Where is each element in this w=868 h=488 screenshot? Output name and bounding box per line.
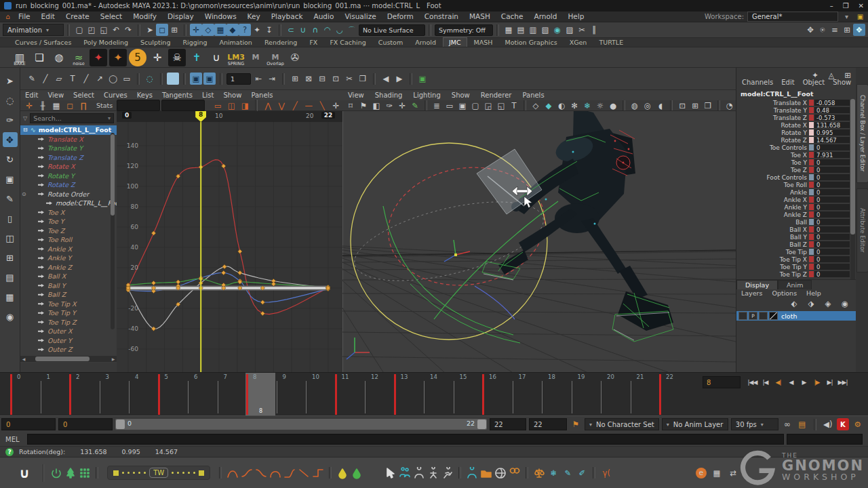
ipr-render-icon[interactable]: ▤ bbox=[515, 24, 527, 36]
channel-row-ball-z[interactable]: Ball Z0 bbox=[736, 241, 850, 248]
expand-icon[interactable]: ⊟ bbox=[23, 127, 28, 133]
menu-key[interactable]: Key bbox=[242, 12, 266, 20]
mel-input-field[interactable] bbox=[27, 434, 784, 445]
exposure-icon[interactable]: ◔ bbox=[724, 100, 736, 111]
tangent-flat-icon[interactable]: — bbox=[302, 100, 315, 112]
go-to-end-button[interactable]: ▶▶| bbox=[836, 376, 849, 388]
cap-icon[interactable]: ◖ bbox=[654, 100, 667, 111]
channel-value-ball-y[interactable]: 0 bbox=[814, 234, 850, 241]
brush-cyan-icon[interactable]: ✐ bbox=[576, 467, 588, 479]
menu-audio[interactable]: Audio bbox=[309, 12, 340, 20]
run-figure-icon[interactable] bbox=[441, 467, 454, 479]
paint-select-tool[interactable]: ✑ bbox=[3, 113, 18, 127]
select-pair-icon[interactable] bbox=[399, 467, 411, 479]
outliner-channel-row[interactable]: Ankle Y bbox=[20, 253, 117, 263]
racket-shelf-icon[interactable]: ◍ bbox=[50, 49, 68, 66]
straight-line-icon[interactable]: ╱ bbox=[80, 73, 92, 85]
channel-row-toe-controls[interactable]: Toe Controls0 bbox=[736, 144, 850, 151]
stats-field-1[interactable] bbox=[117, 100, 160, 111]
outliner-channel-row[interactable]: Ball Z bbox=[20, 290, 117, 300]
layout-list-icon[interactable]: ▦ bbox=[3, 289, 18, 304]
m-dark-shelf-icon[interactable]: M bbox=[247, 49, 264, 66]
add-frame-icon[interactable]: ⊞ bbox=[289, 73, 301, 85]
ellipse-tool-icon[interactable]: ◯ bbox=[107, 73, 119, 85]
outliner-channel-row[interactable]: Outer Y bbox=[20, 336, 117, 346]
select-object-icon[interactable]: ◻ bbox=[156, 24, 168, 36]
play-fwd-mini-icon[interactable]: ▶ bbox=[393, 73, 406, 85]
channel-row-rotate-x[interactable]: Rotate X131.658 bbox=[736, 121, 850, 129]
outliner-channel-row[interactable]: Translate Z bbox=[20, 153, 117, 163]
camera-icon[interactable]: ⌑ bbox=[344, 100, 357, 111]
outliner-channel-row[interactable]: Toe Tip Z bbox=[20, 318, 117, 327]
menu-windows[interactable]: Windows bbox=[199, 12, 242, 20]
current-frame-flag[interactable]: 8 bbox=[195, 111, 206, 122]
shelf-tab-rigging[interactable]: Rigging bbox=[177, 38, 212, 47]
render-icon[interactable]: ▦ bbox=[502, 24, 515, 36]
layer-up-icon[interactable]: ⬖ bbox=[788, 298, 800, 310]
move-tool[interactable]: ✥ bbox=[3, 132, 18, 147]
redo-icon[interactable]: ↷ bbox=[122, 24, 134, 36]
snap-plane-icon[interactable]: ◆ bbox=[226, 24, 239, 36]
notes-shelf-icon[interactable]: ❏ bbox=[31, 49, 48, 66]
layer-tab-display[interactable]: Display bbox=[736, 280, 778, 289]
channel-row-ankle-z[interactable]: Ankle Z0 bbox=[736, 211, 850, 218]
ease-hump-icon[interactable] bbox=[226, 467, 239, 479]
channel-value-toe-controls[interactable]: 0 bbox=[814, 144, 850, 151]
outliner-channel-row[interactable]: Rotate Y bbox=[20, 171, 117, 181]
shelf-tab-animation[interactable]: Animation bbox=[214, 38, 257, 47]
hypershade-icon[interactable]: ⍟ bbox=[816, 24, 829, 36]
cross-shelf-icon[interactable]: ✝ bbox=[188, 49, 205, 66]
outliner-channel-row[interactable]: model:CTRL_L__FootPi bbox=[20, 199, 117, 208]
make-live-icon[interactable]: ? bbox=[239, 24, 251, 36]
cursor-select-icon[interactable] bbox=[384, 467, 397, 479]
outliner-channel-row[interactable]: Ball Y bbox=[20, 281, 117, 291]
outliner-channel-row[interactable]: Ankle Z bbox=[20, 263, 117, 272]
render-settings-icon[interactable]: ▥ bbox=[527, 24, 539, 36]
cut-frames-icon[interactable]: ✂ bbox=[343, 73, 355, 85]
ease-step-icon[interactable] bbox=[312, 467, 324, 479]
channel-value-ball-x[interactable]: 0 bbox=[814, 226, 850, 233]
layer-tab-anim[interactable]: Anim bbox=[778, 280, 812, 289]
layer-playback-toggle[interactable]: P bbox=[749, 312, 757, 320]
tangent-clamped-icon[interactable]: ⋁ bbox=[275, 100, 288, 112]
range-slider[interactable]: 0 22 bbox=[115, 419, 487, 430]
graph-menu-panels[interactable]: Panels bbox=[246, 92, 277, 99]
camera-attrs-icon[interactable]: ◧ bbox=[370, 100, 382, 111]
cube-view-icon[interactable]: ◇ bbox=[530, 100, 542, 111]
modeling-toolkit-icon[interactable]: ✥ bbox=[804, 24, 816, 36]
layout-single-icon[interactable]: ▯ bbox=[3, 211, 18, 226]
channel-box-object-name[interactable]: model:CTRL_L__Foot bbox=[741, 90, 814, 98]
insert-key-icon[interactable]: ╫ bbox=[37, 100, 49, 112]
layer-visibility-toggle[interactable] bbox=[738, 312, 747, 320]
workspace-select[interactable]: General* bbox=[747, 12, 838, 22]
channel-value-rotate-y[interactable]: 0.995 bbox=[814, 129, 850, 136]
graph-menu-curves[interactable]: Curves bbox=[99, 92, 132, 99]
outliner-channel-row[interactable]: Toe X bbox=[20, 208, 117, 218]
tangent-step-icon[interactable]: ╲ bbox=[316, 100, 328, 112]
channel-row-ball-x[interactable]: Ball X0 bbox=[736, 226, 850, 233]
layer-menu-layers[interactable]: Layers bbox=[736, 289, 767, 297]
screen-ao-icon[interactable]: ◱ bbox=[495, 100, 507, 111]
shelf-tab-curves-surfaces[interactable]: Curves / Surfaces bbox=[9, 38, 77, 47]
vp-menu-renderer[interactable]: Renderer bbox=[475, 92, 517, 99]
bake-shelf-icon[interactable]: ▥BAKE bbox=[11, 49, 28, 66]
snowflake-icon[interactable]: ❄ bbox=[547, 467, 559, 479]
layout-four-icon[interactable]: ◫ bbox=[3, 230, 18, 245]
pencil-cyan-icon[interactable]: ✎ bbox=[561, 467, 574, 479]
cb-menu-object[interactable]: Object bbox=[799, 79, 829, 86]
channel-value-toe-z[interactable]: 0 bbox=[814, 167, 850, 174]
toon-icon[interactable]: ▧ bbox=[539, 24, 551, 36]
power-icon[interactable] bbox=[50, 467, 62, 479]
arrow-tool-icon[interactable]: ↗ bbox=[94, 73, 106, 85]
channel-row-toe-tip-x[interactable]: Toe Tip X0 bbox=[736, 256, 850, 263]
draw-line-icon[interactable]: ╱ bbox=[39, 73, 52, 85]
vp-menu-view[interactable]: View bbox=[342, 92, 370, 99]
curve-snap2-icon[interactable]: ∩ bbox=[309, 24, 321, 36]
u-logo-icon[interactable]: ∪ bbox=[19, 465, 30, 481]
layer-menu-options[interactable]: Options bbox=[767, 289, 802, 297]
layout-split-icon[interactable]: ⊞ bbox=[3, 250, 18, 265]
brush-icon[interactable]: ✑ bbox=[383, 100, 395, 111]
menu-cache[interactable]: Cache bbox=[496, 12, 529, 20]
shelf-tab-fx[interactable]: FX bbox=[304, 38, 323, 47]
shelf-tab-sculpting[interactable]: Sculpting bbox=[135, 38, 176, 47]
